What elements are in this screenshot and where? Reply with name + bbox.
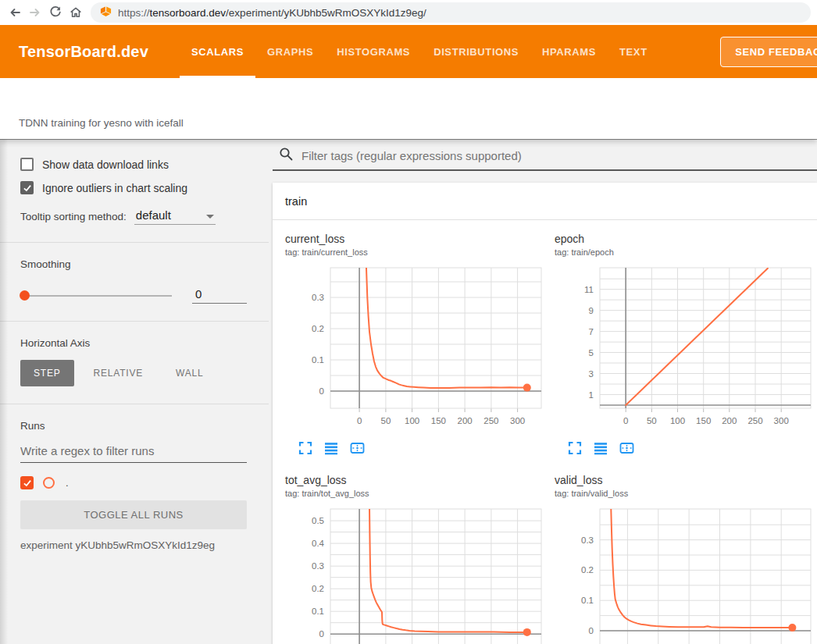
svg-text:0.1: 0.1 bbox=[581, 596, 594, 605]
smoothing-label: Smoothing bbox=[20, 258, 247, 270]
axis-step-button[interactable]: STEP bbox=[20, 360, 74, 386]
show-download-links-checkbox[interactable] bbox=[20, 158, 34, 171]
tooltip-sorting-label: Tooltip sorting method: bbox=[20, 211, 127, 225]
svg-text:300: 300 bbox=[774, 416, 789, 425]
svg-text:50: 50 bbox=[647, 416, 657, 425]
home-icon[interactable] bbox=[66, 2, 86, 23]
ignore-outliers-checkbox[interactable] bbox=[20, 181, 34, 194]
smoothing-value-field[interactable]: 0 bbox=[192, 287, 247, 304]
svg-text:0.5: 0.5 bbox=[312, 516, 324, 525]
svg-text:250: 250 bbox=[747, 416, 762, 425]
svg-text:7: 7 bbox=[589, 327, 594, 336]
brand-logo[interactable]: TensorBoard.dev bbox=[19, 43, 148, 61]
search-icon bbox=[279, 147, 294, 165]
line-chart-valid-loss[interactable]: 5010015020025030000.10.20.3 bbox=[555, 504, 817, 644]
horizontal-lines-icon[interactable] bbox=[324, 441, 338, 455]
ignore-outliers-label: Ignore outliers in chart scaling bbox=[42, 182, 187, 194]
svg-text:0.1: 0.1 bbox=[312, 607, 324, 616]
fit-domain-icon[interactable] bbox=[619, 441, 633, 455]
svg-text:150: 150 bbox=[696, 416, 711, 425]
svg-text:150: 150 bbox=[431, 416, 446, 425]
ignore-outliers-row[interactable]: Ignore outliers in chart scaling bbox=[20, 181, 247, 194]
sidebar-divider bbox=[0, 242, 269, 243]
svg-text:0.2: 0.2 bbox=[312, 584, 324, 593]
send-feedback-button[interactable]: SEND FEEDBACK bbox=[720, 37, 817, 67]
svg-text:11: 11 bbox=[584, 285, 594, 294]
svg-text:0.3: 0.3 bbox=[312, 561, 324, 571]
run-name: . bbox=[66, 477, 69, 489]
svg-text:0: 0 bbox=[357, 416, 362, 425]
svg-text:100: 100 bbox=[405, 416, 419, 425]
browser-chrome: https://tensorboard.dev/experiment/yKUbh… bbox=[0, 0, 817, 25]
filter-tags-row bbox=[273, 147, 817, 171]
chart-tag: tag: train/tot_avg_loss bbox=[285, 489, 548, 498]
horizontal-lines-icon[interactable] bbox=[594, 441, 608, 455]
tab-histograms[interactable]: HISTOGRAMS bbox=[325, 25, 422, 78]
toggle-all-runs-button[interactable]: TOGGLE ALL RUNS bbox=[20, 500, 247, 529]
run-checkbox[interactable] bbox=[20, 476, 34, 489]
svg-text:100: 100 bbox=[670, 416, 685, 425]
chart-tag: tag: train/current_loss bbox=[285, 247, 548, 257]
chart-card-valid-loss: valid_loss tag: train/valid_loss 5010015… bbox=[555, 474, 817, 644]
sidebar-divider bbox=[0, 404, 269, 404]
svg-text:0.2: 0.2 bbox=[312, 324, 324, 333]
show-download-links-row[interactable]: Show data download links bbox=[20, 158, 247, 171]
runs-regex-input[interactable] bbox=[20, 444, 247, 463]
svg-text:300: 300 bbox=[510, 416, 525, 425]
svg-text:3: 3 bbox=[589, 369, 594, 379]
svg-text:0: 0 bbox=[623, 416, 628, 425]
run-color-swatch bbox=[43, 477, 55, 489]
svg-text:0: 0 bbox=[319, 629, 324, 639]
filter-tags-input[interactable] bbox=[301, 149, 817, 162]
dropdown-arrow-icon bbox=[206, 215, 214, 219]
svg-text:5: 5 bbox=[589, 348, 594, 358]
axis-relative-button[interactable]: RELATIVE bbox=[80, 360, 157, 386]
chart-title: valid_loss bbox=[555, 474, 817, 486]
line-chart-current-loss[interactable]: 05010015020025030000.10.20.3 bbox=[285, 263, 548, 439]
experiment-title: TDNN training for yesno with icefall bbox=[19, 117, 184, 129]
svg-text:1: 1 bbox=[589, 390, 594, 400]
expand-chart-icon[interactable] bbox=[298, 441, 312, 455]
reload-icon[interactable] bbox=[45, 2, 66, 23]
tab-scalars[interactable]: SCALARS bbox=[180, 25, 255, 78]
tensorboard-favicon-icon bbox=[100, 5, 112, 20]
experiment-title-bar: TDNN training for yesno with icefall bbox=[0, 78, 817, 139]
chart-title: current_loss bbox=[285, 233, 548, 245]
tab-graphs[interactable]: GRAPHS bbox=[255, 25, 325, 78]
sidebar-divider bbox=[0, 321, 269, 322]
tooltip-sorting-select[interactable]: default bbox=[134, 208, 216, 225]
run-row[interactable]: . bbox=[20, 476, 247, 489]
line-chart-tot-avg-loss[interactable]: 05010015020025030000.10.20.30.40.5 bbox=[285, 504, 548, 644]
chart-actions bbox=[555, 441, 817, 455]
axis-wall-button[interactable]: WALL bbox=[162, 360, 216, 386]
show-download-links-label: Show data download links bbox=[42, 158, 169, 171]
horizontal-axis-label: Horizontal Axis bbox=[20, 337, 247, 349]
chart-tag: tag: train/epoch bbox=[555, 247, 817, 257]
tooltip-sorting-value: default bbox=[136, 208, 171, 222]
expand-chart-icon[interactable] bbox=[568, 441, 582, 455]
line-chart-epoch[interactable]: 0501001502002503001357911 bbox=[555, 263, 817, 439]
tab-text[interactable]: TEXT bbox=[608, 25, 659, 78]
svg-text:200: 200 bbox=[722, 416, 737, 425]
top-nav: SCALARS GRAPHS HISTOGRAMS DISTRIBUTIONS … bbox=[180, 25, 659, 78]
fit-domain-icon[interactable] bbox=[350, 441, 364, 455]
forward-icon[interactable] bbox=[25, 2, 45, 23]
tab-distributions[interactable]: DISTRIBUTIONS bbox=[422, 25, 530, 78]
chart-title: tot_avg_loss bbox=[285, 474, 548, 486]
svg-text:0.2: 0.2 bbox=[581, 565, 594, 575]
svg-text:9: 9 bbox=[589, 306, 594, 315]
group-header-train[interactable]: train bbox=[273, 183, 817, 220]
smoothing-slider-thumb[interactable] bbox=[20, 290, 30, 301]
train-group-card: train current_loss tag: train/current_lo… bbox=[273, 183, 817, 644]
runs-label: Runs bbox=[20, 420, 247, 432]
url-text: https://tensorboard.dev/experiment/yKUbh… bbox=[118, 7, 426, 19]
tab-hparams[interactable]: HPARAMS bbox=[530, 25, 608, 78]
address-bar[interactable]: https://tensorboard.dev/experiment/yKUbh… bbox=[91, 2, 811, 23]
chart-actions bbox=[285, 441, 548, 455]
chart-card-epoch: epoch tag: train/epoch 05010015020025030… bbox=[555, 233, 817, 455]
charts-grid: current_loss tag: train/current_loss 050… bbox=[273, 220, 817, 644]
scalars-dashboard: train current_loss tag: train/current_lo… bbox=[269, 139, 817, 644]
svg-text:200: 200 bbox=[458, 416, 473, 425]
smoothing-slider[interactable] bbox=[20, 295, 172, 297]
back-icon[interactable] bbox=[5, 2, 25, 23]
